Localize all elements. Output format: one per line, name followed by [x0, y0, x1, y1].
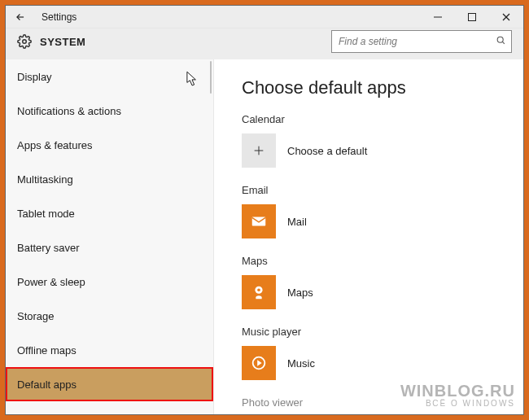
search-input[interactable] — [331, 30, 512, 53]
search-wrap — [331, 30, 512, 53]
mail-icon — [242, 204, 276, 238]
sidebar-item-label: Apps & features — [17, 139, 93, 151]
sidebar-item-default-apps[interactable]: Default apps — [6, 367, 213, 401]
sidebar-item-label: Default apps — [17, 378, 77, 391]
header-row: SYSTEM — [6, 28, 523, 59]
sidebar-item-notifications[interactable]: Notifications & actions — [6, 94, 213, 128]
sidebar-item-label: Power & sleep — [17, 276, 85, 288]
sidebar: Display Notifications & actions Apps & f… — [6, 59, 214, 414]
minimize-button[interactable] — [421, 6, 455, 28]
svg-marker-13 — [257, 360, 262, 365]
app-row-calendar[interactable]: Choose a default — [242, 133, 505, 168]
sidebar-item-power-sleep[interactable]: Power & sleep — [6, 265, 213, 299]
sidebar-item-about[interactable]: About — [6, 401, 213, 414]
sidebar-item-storage[interactable]: Storage — [6, 299, 213, 333]
app-name: Choose a default — [287, 145, 367, 157]
page-title: Choose default apps — [242, 77, 505, 98]
window-title: Settings — [42, 11, 77, 23]
sidebar-item-label: Notifications & actions — [17, 105, 121, 117]
music-icon — [242, 346, 276, 380]
sidebar-item-label: Offline maps — [17, 344, 77, 357]
sidebar-item-label: Tablet mode — [17, 208, 75, 220]
sidebar-item-label: Display — [17, 71, 52, 83]
category-email: Email — [242, 184, 505, 196]
scrollbar-thumb[interactable] — [210, 61, 212, 94]
sidebar-item-label: Battery saver — [17, 242, 80, 254]
sidebar-item-label: Storage — [17, 310, 55, 322]
sidebar-item-label: Multitasking — [17, 173, 73, 186]
sidebar-item-multitasking[interactable]: Multitasking — [6, 162, 213, 196]
svg-point-4 — [23, 40, 27, 44]
header-label: SYSTEM — [40, 36, 85, 48]
category-music: Music player — [242, 326, 505, 338]
category-photo-viewer: Photo viewer — [242, 396, 505, 409]
svg-line-6 — [502, 42, 505, 44]
settings-window: Settings SYSTEM Display Notifications & … — [5, 5, 524, 415]
body: Display Notifications & actions Apps & f… — [6, 59, 523, 414]
svg-point-5 — [497, 37, 503, 42]
sidebar-item-label: About — [17, 413, 45, 415]
plus-icon — [242, 133, 276, 168]
gear-icon — [17, 34, 32, 49]
sidebar-item-offline-maps[interactable]: Offline maps — [6, 333, 213, 367]
maps-icon — [242, 275, 276, 309]
titlebar: Settings — [6, 6, 523, 28]
maximize-button[interactable] — [455, 6, 489, 28]
sidebar-item-battery-saver[interactable]: Battery saver — [6, 230, 213, 265]
app-name: Music — [287, 357, 315, 370]
svg-rect-1 — [469, 13, 476, 20]
app-name: Maps — [287, 287, 313, 299]
sidebar-item-display[interactable]: Display — [6, 59, 213, 94]
content-pane: Choose default apps Calendar Choose a de… — [214, 59, 523, 414]
app-row-music[interactable]: Music — [242, 346, 505, 380]
search-icon — [496, 35, 506, 48]
app-row-maps[interactable]: Maps — [242, 275, 505, 309]
app-row-email[interactable]: Mail — [242, 204, 505, 238]
back-button[interactable] — [6, 6, 35, 28]
window-controls — [421, 6, 523, 28]
category-maps: Maps — [242, 255, 505, 267]
svg-point-11 — [257, 288, 260, 291]
app-name: Mail — [287, 216, 307, 228]
svg-rect-9 — [252, 217, 266, 226]
sidebar-item-apps-features[interactable]: Apps & features — [6, 128, 213, 162]
close-button[interactable] — [489, 6, 523, 28]
sidebar-item-tablet-mode[interactable]: Tablet mode — [6, 196, 213, 230]
category-calendar: Calendar — [242, 113, 505, 125]
